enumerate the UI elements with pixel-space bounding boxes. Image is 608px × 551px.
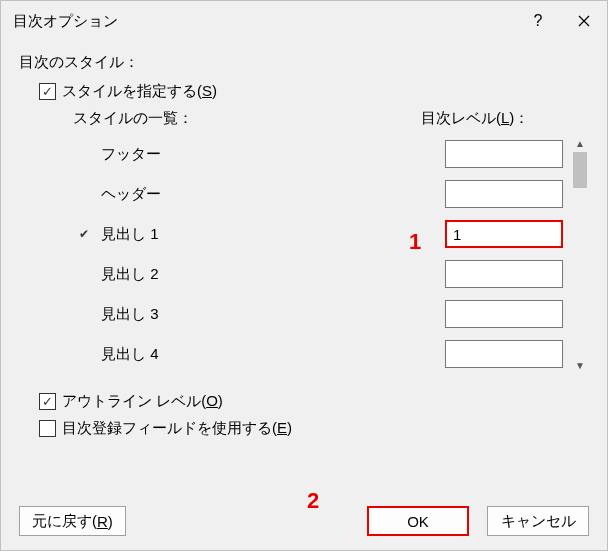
style-row: フッター [73, 134, 563, 174]
checkbox-label: 目次登録フィールドを使用する(E) [62, 419, 292, 438]
style-row: ✔見出し 11 [73, 214, 563, 254]
style-row: 見出し 4 [73, 334, 563, 374]
toc-level-input[interactable] [445, 180, 563, 208]
level-header: 目次レベル(L)： [421, 109, 561, 128]
checkbox-icon [39, 420, 56, 437]
style-name: フッター [95, 145, 445, 164]
scroll-down-icon[interactable]: ▼ [571, 356, 589, 374]
style-row: 見出し 2 [73, 254, 563, 294]
style-list-header: スタイルの一覧： [73, 109, 421, 128]
toc-level-input[interactable]: 1 [445, 220, 563, 248]
scroll-up-icon[interactable]: ▲ [571, 134, 589, 152]
style-name: 見出し 3 [95, 305, 445, 324]
checkbox-outline-level[interactable]: アウトライン レベル(O) [39, 392, 589, 411]
close-icon [578, 15, 590, 27]
toc-level-input[interactable] [445, 300, 563, 328]
style-name: 見出し 2 [95, 265, 445, 284]
close-button[interactable] [561, 1, 607, 41]
reset-button[interactable]: 元に戻す(R) [19, 506, 126, 536]
title-bar: 目次オプション ? [1, 1, 607, 41]
style-name: 見出し 1 [95, 225, 445, 244]
checkbox-toc-fields[interactable]: 目次登録フィールドを使用する(E) [39, 419, 589, 438]
checkbox-label: アウトライン レベル(O) [62, 392, 223, 411]
style-name: 見出し 4 [95, 345, 445, 364]
scroll-thumb[interactable] [573, 152, 587, 188]
dialog-title: 目次オプション [13, 12, 515, 31]
style-row: ヘッダー [73, 174, 563, 214]
toc-level-input[interactable] [445, 140, 563, 168]
style-list: フッターヘッダー✔見出し 11見出し 2見出し 3見出し 4 [73, 134, 563, 374]
toc-level-input[interactable] [445, 260, 563, 288]
style-row: 見出し 3 [73, 294, 563, 334]
checkbox-icon [39, 393, 56, 410]
style-name: ヘッダー [95, 185, 445, 204]
checkbox-icon [39, 83, 56, 100]
checkbox-label: スタイルを指定する(S) [62, 82, 217, 101]
help-button[interactable]: ? [515, 1, 561, 41]
section-label: 目次のスタイル： [19, 53, 589, 72]
scrollbar[interactable]: ▲ ▼ [571, 134, 589, 374]
toc-level-input[interactable] [445, 340, 563, 368]
check-marker-icon: ✔ [73, 227, 95, 241]
ok-button[interactable]: OK [367, 506, 469, 536]
checkbox-use-styles[interactable]: スタイルを指定する(S) [39, 82, 589, 101]
cancel-button[interactable]: キャンセル [487, 506, 589, 536]
list-header: スタイルの一覧： 目次レベル(L)： [73, 109, 561, 128]
